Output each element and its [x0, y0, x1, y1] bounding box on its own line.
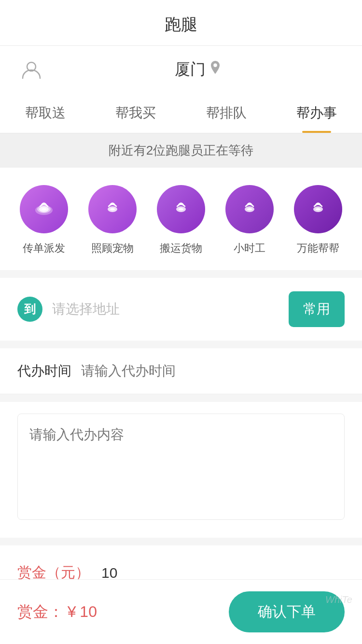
- service-circle-xiaoshi: [225, 185, 274, 233]
- service-item-wanneng[interactable]: 万能帮帮: [294, 185, 342, 256]
- page-title: 跑腿: [165, 15, 197, 33]
- service-circle-chuandan: [20, 185, 68, 233]
- address-badge: 到: [17, 297, 42, 322]
- service-circle-wanneng: [294, 185, 342, 233]
- service-item-chuandan[interactable]: 传单派发: [20, 185, 68, 256]
- reward-value: 10: [101, 565, 117, 581]
- tab-bang-banshi[interactable]: 帮办事: [272, 93, 362, 133]
- main-tabs: 帮取送 帮我买 帮排队 帮办事: [0, 93, 362, 133]
- service-item-xiaoshi[interactable]: 小时工: [225, 185, 274, 256]
- address-section: 到 请选择地址 常用: [0, 278, 362, 341]
- price-value: 10: [80, 603, 97, 620]
- location-pin-icon: [209, 61, 221, 79]
- service-label-chuandan: 传单派发: [23, 241, 65, 256]
- service-label-banyun: 搬运货物: [160, 241, 202, 256]
- time-section: 代办时间: [0, 348, 362, 394]
- watermark: WhiTe: [325, 594, 352, 605]
- time-input[interactable]: [81, 363, 345, 379]
- price-symbol: ¥: [68, 603, 76, 620]
- common-address-button[interactable]: 常用: [289, 291, 345, 327]
- time-label: 代办时间: [17, 362, 71, 380]
- bottom-price-area: 赏金： ¥ 10: [17, 601, 229, 623]
- city-name: 厦门: [175, 59, 206, 80]
- header: 跑腿: [0, 0, 362, 46]
- user-icon[interactable]: [19, 57, 43, 82]
- content-section: [0, 402, 362, 538]
- service-label-zhaogu: 照顾宠物: [91, 241, 134, 256]
- service-icons-row: 传单派发 照顾宠物 搬运货物: [0, 168, 362, 270]
- tab-bang-wobuy[interactable]: 帮我买: [91, 93, 181, 133]
- tab-bang-qusong[interactable]: 帮取送: [0, 93, 91, 133]
- service-label-xiaoshi: 小时工: [234, 241, 265, 256]
- tab-bang-paidui[interactable]: 帮排队: [181, 93, 272, 133]
- bottom-bar: 赏金： ¥ 10 确认下单: [0, 579, 362, 644]
- city-location[interactable]: 厦门: [53, 59, 343, 80]
- notice-bar: 附近有2位跑腿员正在等待: [0, 133, 362, 168]
- service-circle-banyun: [157, 185, 205, 233]
- content-textarea[interactable]: [17, 414, 345, 520]
- service-label-wanneng: 万能帮帮: [297, 241, 339, 256]
- service-item-banyun[interactable]: 搬运货物: [157, 185, 205, 256]
- address-placeholder[interactable]: 请选择地址: [52, 300, 289, 318]
- location-bar: 厦门: [0, 46, 362, 93]
- service-circle-zhaogu: [88, 185, 137, 233]
- service-item-zhaogu[interactable]: 照顾宠物: [88, 185, 137, 256]
- price-label: 赏金：: [17, 603, 64, 620]
